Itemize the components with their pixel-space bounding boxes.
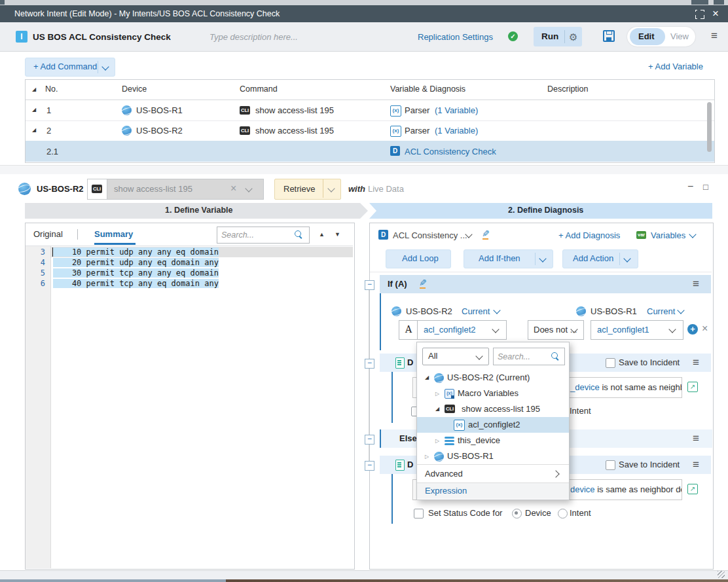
diagnosis-selector[interactable]: ACL Consistency ... [393, 230, 467, 240]
popup-search-input[interactable] [496, 350, 548, 363]
edit-diagnosis-pencil-icon[interactable] [482, 228, 490, 239]
left-operand-select[interactable]: acl_configlet2 [417, 320, 507, 340]
remove-condition-icon[interactable] [702, 324, 708, 333]
resize-grip-icon[interactable] [718, 571, 725, 578]
status-intent-radio[interactable] [558, 509, 568, 518]
tree-item-macro-variables[interactable]: Macro Variables [417, 386, 569, 401]
collapse-if-icon[interactable] [365, 280, 374, 290]
restore-panel-icon[interactable]: □ [703, 182, 708, 192]
search-icon[interactable] [551, 352, 558, 359]
retrieve-chevron-icon[interactable] [327, 185, 335, 192]
command-select-chevron-icon[interactable] [245, 185, 252, 192]
table-row[interactable]: 2 US-BOS-R2 CLI show access-list 195 Par… [26, 120, 714, 141]
variables-dropdown[interactable]: Variables [651, 230, 685, 240]
search-prev-icon[interactable] [319, 231, 325, 238]
command-select[interactable]: CLI show access-list 195 [87, 179, 264, 200]
tree-item-variable-selected[interactable]: acl_configlet2 [417, 417, 569, 433]
view-toggle-label[interactable]: View [670, 31, 689, 41]
tree-item-device[interactable]: US-BOS-R2 (Current) [417, 370, 569, 386]
expression-menu-item[interactable]: Expression [417, 483, 569, 499]
else-menu-icon[interactable] [693, 434, 699, 443]
set-status-checkbox[interactable] [414, 509, 424, 518]
add-command-button[interactable]: + Add Command [25, 58, 115, 77]
message-text: is not same as neighb [600, 382, 682, 392]
row-command: show access-list 195 [255, 105, 334, 115]
code-line[interactable]: 6 40 permit tcp any eq domain any [26, 278, 353, 289]
collapse-all-icon[interactable] [32, 87, 36, 92]
operator-select[interactable]: Does not ... [528, 320, 584, 340]
tab-original[interactable]: Original [33, 229, 63, 239]
expanded-icon[interactable] [435, 407, 439, 412]
if-block-header[interactable]: If (A) [380, 275, 711, 293]
tree-item-command[interactable]: CLI show access-list 195 [417, 401, 569, 417]
code-search-input[interactable] [220, 228, 291, 242]
expand-message-icon[interactable] [687, 484, 698, 494]
table-scrollbar-thumb[interactable] [707, 102, 712, 152]
collapse-then-icon[interactable] [365, 359, 374, 369]
left-operand-chevron-icon[interactable] [492, 325, 499, 333]
edit-if-pencil-icon[interactable] [419, 278, 427, 288]
expand-message-icon[interactable] [687, 382, 698, 392]
advanced-menu-item[interactable]: Advanced [417, 465, 569, 482]
status-device-radio[interactable] [512, 509, 522, 518]
save-icon[interactable] [603, 30, 615, 42]
replication-settings-link[interactable]: Replication Settings [418, 32, 493, 42]
description-placeholder[interactable]: Type description here... [209, 32, 298, 42]
edit-toggle-label[interactable]: Edit [638, 31, 655, 41]
code-line[interactable]: 5 30 permit tcp any any eq domain [26, 268, 353, 278]
collapse-else-icon[interactable] [365, 435, 374, 445]
add-diagnosis-link[interactable]: + Add Diagnosis [558, 230, 620, 240]
code-line[interactable]: 3 10 permit udp any any eq domain [26, 247, 353, 257]
condition-left-scope[interactable]: Current [462, 306, 490, 316]
add-variable-link[interactable]: + Add Variable [648, 62, 703, 71]
retrieve-button[interactable]: Retrieve [283, 184, 315, 194]
search-next-icon[interactable] [335, 231, 340, 238]
collapsed-icon[interactable] [425, 454, 429, 460]
menu-icon[interactable] [711, 31, 718, 41]
add-action-button[interactable]: Add Action [562, 249, 638, 268]
run-button[interactable]: Run [541, 31, 558, 41]
parser-variable-link[interactable]: (1 Variable) [435, 126, 478, 136]
add-if-then-chevron-icon[interactable] [539, 255, 546, 262]
search-icon[interactable] [295, 230, 301, 237]
add-if-then-button[interactable]: Add If-then [464, 249, 553, 268]
add-condition-icon[interactable] [687, 324, 698, 335]
collapsed-icon[interactable] [435, 391, 439, 397]
tree-item-device2[interactable]: US-BOS-R1 [417, 448, 569, 464]
diagnosis-link[interactable]: ACL Consistency Check [405, 147, 496, 156]
right-operand-chevron-icon[interactable] [668, 325, 676, 333]
if-menu-icon[interactable] [693, 280, 699, 289]
add-command-chevron-icon[interactable] [101, 63, 109, 70]
tree-item-this-device[interactable]: this_device [417, 433, 569, 448]
tab-summary[interactable]: Summary [94, 229, 133, 239]
popup-filter-select[interactable]: All [422, 348, 489, 365]
popup-search-box[interactable] [493, 348, 565, 365]
table-row-selected[interactable]: 2.1 D ACL Consistency Check [26, 141, 714, 162]
collapse-else-then-icon[interactable] [365, 461, 374, 471]
clear-command-icon[interactable] [230, 184, 236, 193]
else-section-menu-icon[interactable] [693, 460, 699, 469]
add-action-chevron-icon[interactable] [623, 255, 630, 262]
close-icon[interactable] [712, 8, 719, 19]
popup-filter-chevron-icon[interactable] [475, 352, 482, 359]
add-loop-button[interactable]: Add Loop [386, 249, 451, 268]
table-row[interactable]: 1 US-BOS-R1 CLI show access-list 195 Par… [26, 100, 714, 121]
then-menu-icon[interactable] [693, 358, 699, 367]
parser-variable-link[interactable]: (1 Variable) [435, 105, 478, 115]
code-line[interactable]: 4 20 permit udp any eq domain any [26, 257, 353, 268]
collapsed-icon[interactable] [435, 438, 439, 444]
minimize-panel-icon[interactable]: − [687, 181, 693, 192]
cli-icon: CLI [445, 405, 455, 413]
condition-right-scope[interactable]: Current [647, 306, 675, 316]
code-search-box[interactable] [217, 227, 310, 244]
save-to-incident-checkbox[interactable] [606, 358, 615, 368]
run-settings-gear-icon[interactable] [569, 32, 577, 42]
row-expander-icon[interactable] [32, 107, 36, 113]
save-to-incident-checkbox[interactable] [606, 460, 615, 470]
expanded-icon[interactable] [425, 375, 429, 380]
col-variable-diagnosis: Variable & Diagnosis [390, 84, 465, 94]
add-if-then-divider [535, 253, 536, 265]
row-expander-icon[interactable] [32, 128, 36, 133]
maximize-icon[interactable] [695, 10, 704, 19]
right-operand-select[interactable]: acl_configlet1 [591, 320, 683, 340]
